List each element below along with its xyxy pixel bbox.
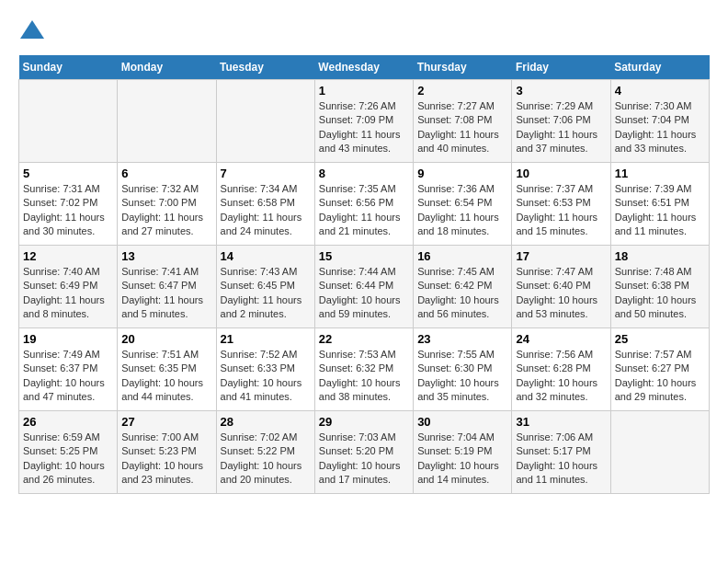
day-info: Sunrise: 7:49 AMSunset: 6:37 PMDaylight:… — [23, 348, 113, 405]
day-number: 13 — [121, 249, 211, 263]
day-cell: 1Sunrise: 7:26 AMSunset: 7:09 PMDaylight… — [314, 80, 413, 163]
day-number: 8 — [319, 167, 409, 180]
day-cell: 3Sunrise: 7:29 AMSunset: 7:06 PMDaylight… — [512, 80, 610, 163]
day-info: Sunrise: 7:02 AMSunset: 5:22 PMDaylight:… — [221, 431, 311, 488]
day-cell: 5Sunrise: 7:31 AMSunset: 7:02 PMDaylight… — [19, 163, 118, 246]
day-info: Sunrise: 7:48 AMSunset: 6:38 PMDaylight:… — [615, 265, 705, 322]
day-info: Sunrise: 7:45 AMSunset: 6:42 PMDaylight:… — [417, 265, 507, 322]
day-number: 10 — [516, 167, 606, 180]
header-wednesday: Wednesday — [314, 55, 413, 80]
day-number: 1 — [319, 84, 409, 98]
day-cell: 29Sunrise: 7:03 AMSunset: 5:20 PMDayligh… — [314, 411, 413, 494]
day-number: 28 — [221, 415, 311, 429]
day-info: Sunrise: 7:55 AMSunset: 6:30 PMDaylight:… — [417, 348, 507, 405]
day-info: Sunrise: 7:43 AMSunset: 6:45 PMDaylight:… — [221, 265, 311, 322]
day-info: Sunrise: 7:00 AMSunset: 5:23 PMDaylight:… — [121, 431, 211, 488]
day-number: 20 — [121, 332, 211, 346]
day-info: Sunrise: 7:31 AMSunset: 7:02 PMDaylight:… — [23, 182, 113, 239]
header-thursday: Thursday — [414, 55, 512, 80]
day-cell: 11Sunrise: 7:39 AMSunset: 6:51 PMDayligh… — [610, 163, 709, 246]
day-info: Sunrise: 7:26 AMSunset: 7:09 PMDaylight:… — [319, 99, 409, 156]
day-cell: 27Sunrise: 7:00 AMSunset: 5:23 PMDayligh… — [118, 411, 216, 494]
day-cell: 24Sunrise: 7:56 AMSunset: 6:28 PMDayligh… — [512, 328, 610, 411]
day-number: 19 — [23, 332, 113, 346]
day-number: 11 — [615, 167, 705, 180]
day-cell: 14Sunrise: 7:43 AMSunset: 6:45 PMDayligh… — [216, 246, 314, 328]
day-number: 16 — [417, 249, 507, 263]
day-cell — [118, 80, 216, 163]
day-info: Sunrise: 7:03 AMSunset: 5:20 PMDaylight:… — [319, 431, 409, 488]
day-number: 30 — [417, 415, 507, 429]
day-cell: 23Sunrise: 7:55 AMSunset: 6:30 PMDayligh… — [414, 328, 512, 411]
day-info: Sunrise: 7:52 AMSunset: 6:33 PMDaylight:… — [221, 348, 311, 405]
day-info: Sunrise: 7:39 AMSunset: 6:51 PMDaylight:… — [615, 182, 705, 239]
day-cell: 15Sunrise: 7:44 AMSunset: 6:44 PMDayligh… — [314, 246, 413, 328]
header-saturday: Saturday — [610, 55, 709, 80]
day-info: Sunrise: 7:47 AMSunset: 6:40 PMDaylight:… — [516, 265, 606, 322]
svg-marker-0 — [20, 20, 44, 39]
day-info: Sunrise: 7:37 AMSunset: 6:53 PMDaylight:… — [516, 182, 606, 239]
day-cell: 25Sunrise: 7:57 AMSunset: 6:27 PMDayligh… — [610, 328, 709, 411]
day-number: 17 — [516, 249, 606, 263]
day-number: 29 — [319, 415, 409, 429]
day-info: Sunrise: 7:29 AMSunset: 7:06 PMDaylight:… — [516, 99, 606, 156]
day-number: 21 — [221, 332, 311, 346]
day-info: Sunrise: 7:04 AMSunset: 5:19 PMDaylight:… — [417, 431, 507, 488]
day-cell: 26Sunrise: 6:59 AMSunset: 5:25 PMDayligh… — [19, 411, 118, 494]
day-cell: 22Sunrise: 7:53 AMSunset: 6:32 PMDayligh… — [314, 328, 413, 411]
day-cell: 13Sunrise: 7:41 AMSunset: 6:47 PMDayligh… — [118, 246, 216, 328]
day-cell — [216, 80, 314, 163]
day-number: 25 — [615, 332, 705, 346]
day-info: Sunrise: 7:44 AMSunset: 6:44 PMDaylight:… — [319, 265, 409, 322]
day-info: Sunrise: 7:53 AMSunset: 6:32 PMDaylight:… — [319, 348, 409, 405]
day-info: Sunrise: 7:51 AMSunset: 6:35 PMDaylight:… — [121, 348, 211, 405]
day-number: 15 — [319, 249, 409, 263]
day-cell: 30Sunrise: 7:04 AMSunset: 5:19 PMDayligh… — [414, 411, 512, 494]
week-row-3: 19Sunrise: 7:49 AMSunset: 6:37 PMDayligh… — [19, 328, 710, 411]
day-cell: 31Sunrise: 7:06 AMSunset: 5:17 PMDayligh… — [512, 411, 610, 494]
day-number: 23 — [417, 332, 507, 346]
header-monday: Monday — [118, 55, 216, 80]
week-row-2: 12Sunrise: 7:40 AMSunset: 6:49 PMDayligh… — [19, 246, 710, 328]
calendar-table: SundayMondayTuesdayWednesdayThursdayFrid… — [18, 55, 710, 494]
day-info: Sunrise: 7:40 AMSunset: 6:49 PMDaylight:… — [23, 265, 113, 322]
day-info: Sunrise: 7:27 AMSunset: 7:08 PMDaylight:… — [417, 99, 507, 156]
day-cell: 8Sunrise: 7:35 AMSunset: 6:56 PMDaylight… — [314, 163, 413, 246]
day-cell: 4Sunrise: 7:30 AMSunset: 7:04 PMDaylight… — [610, 80, 709, 163]
day-info: Sunrise: 7:34 AMSunset: 6:58 PMDaylight:… — [221, 182, 311, 239]
day-number: 2 — [417, 84, 507, 98]
week-row-4: 26Sunrise: 6:59 AMSunset: 5:25 PMDayligh… — [19, 411, 710, 494]
day-number: 31 — [516, 415, 606, 429]
day-number: 4 — [615, 84, 705, 98]
day-cell: 20Sunrise: 7:51 AMSunset: 6:35 PMDayligh… — [118, 328, 216, 411]
day-number: 7 — [221, 167, 311, 180]
day-info: Sunrise: 7:32 AMSunset: 7:00 PMDaylight:… — [121, 182, 211, 239]
day-cell: 19Sunrise: 7:49 AMSunset: 6:37 PMDayligh… — [19, 328, 118, 411]
header-sunday: Sunday — [19, 55, 118, 80]
header-row: SundayMondayTuesdayWednesdayThursdayFrid… — [19, 55, 710, 80]
day-cell: 10Sunrise: 7:37 AMSunset: 6:53 PMDayligh… — [512, 163, 610, 246]
day-cell: 12Sunrise: 7:40 AMSunset: 6:49 PMDayligh… — [19, 246, 118, 328]
day-number: 27 — [121, 415, 211, 429]
week-row-1: 5Sunrise: 7:31 AMSunset: 7:02 PMDaylight… — [19, 163, 710, 246]
day-cell: 28Sunrise: 7:02 AMSunset: 5:22 PMDayligh… — [216, 411, 314, 494]
header-friday: Friday — [512, 55, 610, 80]
day-number: 12 — [23, 249, 113, 263]
day-cell: 17Sunrise: 7:47 AMSunset: 6:40 PMDayligh… — [512, 246, 610, 328]
day-info: Sunrise: 7:56 AMSunset: 6:28 PMDaylight:… — [516, 348, 606, 405]
day-number: 22 — [319, 332, 409, 346]
day-cell: 6Sunrise: 7:32 AMSunset: 7:00 PMDaylight… — [118, 163, 216, 246]
day-number: 5 — [23, 167, 113, 180]
day-number: 9 — [417, 167, 507, 180]
day-info: Sunrise: 7:30 AMSunset: 7:04 PMDaylight:… — [615, 99, 705, 156]
day-cell: 21Sunrise: 7:52 AMSunset: 6:33 PMDayligh… — [216, 328, 314, 411]
day-info: Sunrise: 7:36 AMSunset: 6:54 PMDaylight:… — [417, 182, 507, 239]
day-cell — [610, 411, 709, 494]
day-info: Sunrise: 7:06 AMSunset: 5:17 PMDaylight:… — [516, 431, 606, 488]
day-number: 24 — [516, 332, 606, 346]
day-number: 6 — [121, 167, 211, 180]
day-info: Sunrise: 7:35 AMSunset: 6:56 PMDaylight:… — [319, 182, 409, 239]
header-tuesday: Tuesday — [216, 55, 314, 80]
logo-icon — [18, 18, 46, 46]
day-number: 26 — [23, 415, 113, 429]
